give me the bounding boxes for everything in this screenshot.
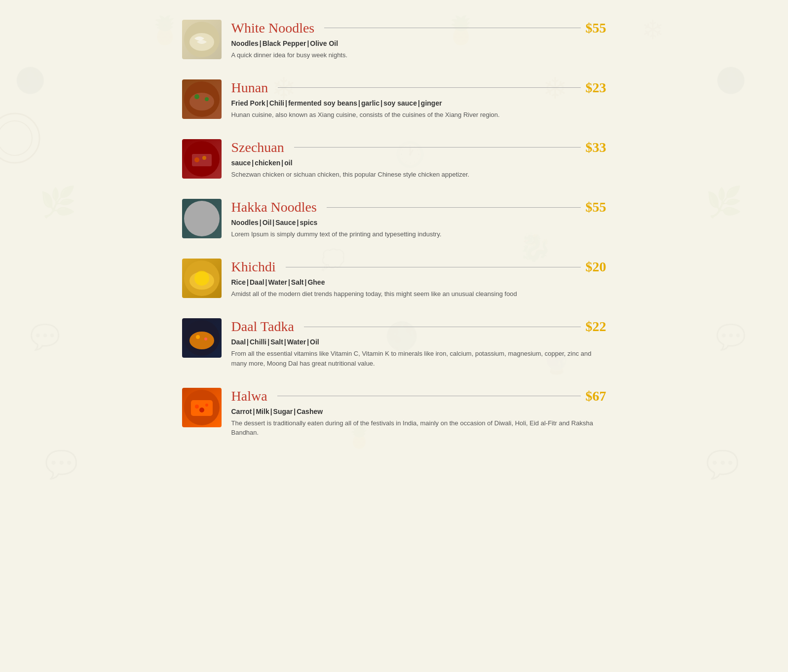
menu-item-khichdi: Khichdi $20 Rice|Daal|Water|Salt|Ghee Am… (182, 259, 606, 299)
ingredient: Chili (269, 99, 284, 107)
menu-item-ingredients-daal-tadka: Daal|Chilli|Salt|Water|Oil (231, 338, 606, 346)
menu-item-header-halwa: Halwa $67 (231, 388, 606, 405)
menu-item-title-hakka-noodles: Hakka Noodles (231, 199, 317, 216)
svg-text:💬: 💬 (715, 322, 747, 352)
menu-item-price-halwa: $67 (586, 388, 606, 404)
menu-item-description-hakka-noodles: Lorem Ipsum is simply dummy text of the … (231, 229, 606, 239)
separator: | (252, 159, 254, 167)
svg-point-1 (0, 121, 32, 155)
ingredient: Sauce (275, 219, 296, 226)
separator: | (260, 219, 262, 226)
menu-item-description-halwa: The dessert is traditionally eaten durin… (231, 418, 606, 438)
separator: | (418, 99, 420, 107)
menu-item-description-hunan: Hunan cuisine, also known as Xiang cuisi… (231, 110, 606, 120)
menu-item-white-noodles: White Noodles $55 Noodles|Black Pepper|O… (182, 20, 606, 60)
separator: | (307, 338, 309, 346)
menu-item-title-szechuan: Szechuan (231, 139, 284, 156)
svg-text:❄: ❄ (641, 15, 664, 45)
menu-item-line-daal-tadka (304, 327, 581, 327)
svg-point-37 (196, 335, 200, 339)
separator: | (267, 338, 269, 346)
menu-item-szechuan: Szechuan $33 sauce|chicken|oil Schezwan … (182, 139, 606, 179)
svg-point-0 (0, 113, 39, 163)
menu-item-body-hunan: Hunan $23 Fried Pork|Chili|fermented soy… (231, 79, 606, 119)
food-svg-szechuan (182, 139, 222, 179)
menu-item-body-hakka-noodles: Hakka Noodles $55 Noodles|Oil|Sauce|spic… (231, 199, 606, 239)
food-image-szechuan (182, 139, 222, 179)
menu-item-header-white-noodles: White Noodles $55 (231, 20, 606, 37)
menu-item-halwa: Halwa $67 Carrot|Milk|Sugar|Cashew The d… (182, 388, 606, 438)
menu-item-price-hunan: $23 (586, 80, 606, 96)
menu-item-image-khichdi (182, 259, 222, 298)
separator: | (272, 219, 274, 226)
menu-item-ingredients-khichdi: Rice|Daal|Water|Salt|Ghee (231, 278, 606, 286)
ingredient: ginger (421, 99, 442, 107)
svg-text:🌿: 🌿 (39, 185, 76, 220)
separator: | (265, 278, 267, 286)
menu-item-image-hakka-noodles (182, 199, 222, 238)
svg-point-36 (189, 332, 214, 349)
menu-item-header-hunan: Hunan $23 (231, 79, 606, 96)
separator: | (253, 408, 255, 415)
menu-item-daal-tadka: Daal Tadka $22 Daal|Chilli|Salt|Water|Oi… (182, 318, 606, 368)
ingredient: Carrot (231, 408, 252, 415)
ingredient: spics (300, 219, 317, 226)
menu-item-price-white-noodles: $55 (586, 20, 606, 36)
svg-point-41 (195, 405, 199, 409)
menu-item-body-halwa: Halwa $67 Carrot|Milk|Sugar|Cashew The d… (231, 388, 606, 438)
menu-item-line-halwa (277, 396, 581, 396)
separator: | (284, 338, 286, 346)
menu-item-description-khichdi: Amidst all of the modern diet trends hap… (231, 289, 606, 299)
ingredient: Chilli (250, 338, 266, 346)
menu-item-title-hunan: Hunan (231, 79, 268, 96)
ingredient: oil (284, 159, 292, 167)
ingredient: garlic (361, 99, 379, 107)
ingredient: Daal (250, 278, 264, 286)
ingredient: chicken (255, 159, 280, 167)
svg-point-42 (205, 404, 208, 407)
menu-item-body-khichdi: Khichdi $20 Rice|Daal|Water|Salt|Ghee Am… (231, 259, 606, 299)
svg-point-24 (189, 93, 214, 111)
menu-item-body-szechuan: Szechuan $33 sauce|chicken|oil Schezwan … (231, 139, 606, 179)
svg-point-43 (199, 408, 204, 412)
ingredient: Salt (291, 278, 304, 286)
separator: | (294, 408, 296, 415)
separator: | (270, 408, 272, 415)
svg-point-34 (194, 271, 209, 286)
separator: | (247, 338, 249, 346)
food-svg-hakka-noodles (182, 199, 222, 238)
ingredient: Cashew (297, 408, 323, 415)
food-image-hakka-noodles (182, 199, 222, 238)
menu-item-body-white-noodles: White Noodles $55 Noodles|Black Pepper|O… (231, 20, 606, 60)
separator: | (281, 159, 283, 167)
menu-item-line-szechuan (294, 147, 581, 148)
food-image-hunan (182, 79, 222, 119)
ingredient: Water (268, 278, 287, 286)
menu-item-price-szechuan: $33 (586, 140, 606, 155)
separator: | (247, 278, 249, 286)
menu-item-line-khichdi (286, 267, 581, 267)
menu-item-price-daal-tadka: $22 (586, 319, 606, 335)
ingredient: Olive Oil (310, 39, 338, 47)
svg-point-26 (205, 97, 209, 101)
food-image-khichdi (182, 259, 222, 298)
separator: | (358, 99, 360, 107)
menu-item-price-hakka-noodles: $55 (586, 199, 606, 215)
menu-content: White Noodles $55 Noodles|Black Pepper|O… (172, 0, 616, 477)
ingredient: Rice (231, 278, 246, 286)
separator: | (266, 99, 268, 107)
menu-item-ingredients-szechuan: sauce|chicken|oil (231, 159, 606, 167)
food-image-daal-tadka (182, 318, 222, 358)
menu-item-image-hunan (182, 79, 222, 119)
svg-point-29 (194, 157, 199, 162)
menu-item-hakka-noodles: Hakka Noodles $55 Noodles|Oil|Sauce|spic… (182, 199, 606, 239)
separator: | (380, 99, 382, 107)
menu-item-ingredients-hunan: Fried Pork|Chili|fermented soy beans|gar… (231, 99, 606, 107)
svg-text:💬: 💬 (44, 448, 78, 481)
food-svg-halwa (182, 388, 222, 427)
menu-item-header-khichdi: Khichdi $20 (231, 259, 606, 275)
separator: | (297, 219, 299, 226)
menu-item-header-szechuan: Szechuan $33 (231, 139, 606, 156)
menu-item-price-khichdi: $20 (586, 259, 606, 275)
separator: | (285, 99, 287, 107)
